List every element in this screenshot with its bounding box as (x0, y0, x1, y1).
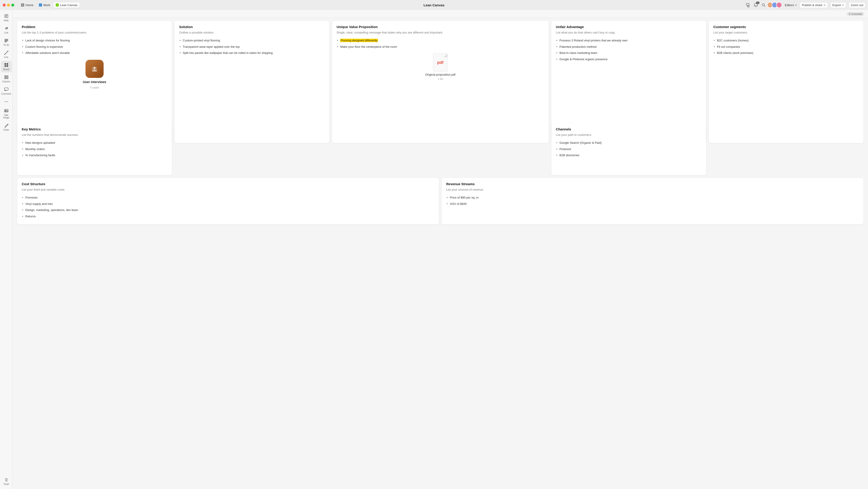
draw-icon (4, 123, 9, 128)
sidebar-item-link[interactable]: Link (1, 24, 12, 36)
minimize-button[interactable] (7, 4, 10, 6)
publish-share-button[interactable]: Publish & share (800, 2, 828, 8)
sidebar-comment-label: Comment (1, 93, 11, 95)
channels-bullet-2: Pinterest (556, 147, 702, 151)
sidebar-todo-label: To-do (3, 44, 9, 46)
sidebar-item-trash[interactable]: Trash (1, 476, 12, 487)
uvp-bullet-1: Make your floor the centerpiece of the r… (337, 45, 544, 49)
svg-text:N: N (22, 4, 24, 6)
key-metrics-bullet-3: % manufacturing faults (22, 153, 167, 157)
uvp-bullet-highlighted: Flooring designed differently (337, 38, 544, 43)
channels-subtitle: List your path to customers. (556, 133, 702, 137)
sidebar-item-column[interactable]: Column (1, 73, 12, 85)
uvp-highlighted-text: Flooring designed differently (340, 39, 378, 42)
editors-button[interactable]: Editors (785, 3, 797, 7)
svg-rect-14 (4, 63, 6, 65)
work-tab-icon (39, 3, 42, 6)
canvas-area: 0 Unsorted Problem List the top 1-3 prob… (13, 10, 868, 489)
main-layout: Note Link To-do Line Board (0, 10, 868, 489)
svg-rect-18 (4, 76, 5, 79)
tab-home-label: Home (26, 3, 33, 7)
pdf-paper: pdf (433, 53, 447, 71)
tab-home[interactable]: N Home (19, 2, 36, 8)
key-metrics-bullet-1: New designs uploaded (22, 141, 167, 145)
svg-rect-3 (747, 6, 749, 7)
spacer-col2 (175, 123, 329, 175)
cost-bullet-4: Returns (22, 214, 434, 219)
cost-structure-bullets: Premises Vinyl supply and inks Design, m… (22, 195, 434, 219)
pdf-corner (444, 54, 447, 57)
solution-subtitle: Outline a possible solution. (179, 31, 325, 35)
customer-bullet-1: B2C customers (homes) (713, 38, 859, 43)
unsorted-pill[interactable]: 0 Unsorted (846, 12, 864, 16)
unfair-advantage-title: Unfair Advantage (556, 25, 702, 29)
device-icon[interactable] (746, 3, 750, 7)
sidebar-item-more[interactable] (1, 97, 12, 106)
sidebar-note-label: Note (4, 19, 9, 22)
sidebar-link-label: Link (4, 31, 8, 34)
channels-title: Channels (556, 127, 702, 131)
browser-tabs: N Home Work Lean Canvas (19, 2, 80, 8)
revenue-streams-card: Revenue Streams List your sources of rev… (442, 178, 864, 224)
search-icon[interactable] (761, 3, 766, 7)
problem-bullet-3: Affordable solutions aren't durable (22, 51, 167, 55)
sidebar-trash-label: Trash (3, 483, 9, 485)
comment-icon (4, 87, 9, 92)
sidebar-item-note[interactable]: Note (1, 12, 12, 24)
sidebar-item-todo[interactable]: To-do (1, 36, 12, 48)
svg-rect-10 (5, 40, 8, 41)
title-bar: N Home Work Lean Canvas Lean Canvas 21 (0, 0, 868, 10)
title-bar-right: 21 Editors Publish & share Export Zoom o… (746, 2, 865, 8)
svg-point-4 (762, 4, 765, 6)
sidebar-column-label: Column (2, 80, 10, 83)
lean-canvas-tab-icon (56, 3, 59, 6)
svg-rect-20 (7, 76, 8, 79)
revenue-bullet-2: AOV of $945 (446, 202, 859, 206)
svg-rect-16 (4, 65, 6, 67)
svg-rect-15 (6, 63, 8, 65)
tab-work-label: Work (43, 3, 50, 7)
note-icon (4, 13, 9, 19)
page-title: Lean Canvas (424, 3, 445, 7)
sidebar-item-draw[interactable]: Draw (1, 121, 12, 133)
solution-title: Solution (179, 25, 325, 29)
svg-point-24 (7, 102, 8, 102)
addimage-icon (4, 108, 9, 113)
export-button[interactable]: Export (831, 2, 846, 8)
svg-point-23 (6, 102, 6, 102)
sidebar-item-addimage[interactable]: Add image (1, 107, 12, 121)
unfair-bullet-2: Patented production method (556, 45, 702, 49)
sidebar-addimage-label: Add image (2, 114, 10, 119)
customer-bullet-2: Fit out companies (713, 45, 859, 49)
problem-bullet-2: Custom flooring is expensive (22, 45, 167, 49)
svg-rect-11 (5, 41, 6, 42)
maximize-button[interactable] (11, 4, 14, 6)
svg-rect-2 (746, 3, 749, 5)
column-icon (4, 75, 9, 80)
svg-point-22 (4, 102, 5, 102)
problem-bullet-1: Lack of design choices for flooring (22, 38, 167, 43)
tab-lean-canvas-label: Lean Canvas (60, 3, 78, 7)
unfair-bullet-1: Possess 3 Roland vinyl printers that we … (556, 38, 702, 43)
canvas-bottom-row: Cost Structure List your fixed and varia… (17, 178, 864, 224)
sidebar-draw-label: Draw (4, 128, 9, 131)
tab-work[interactable]: Work (37, 2, 53, 8)
sidebar-item-line[interactable]: Line (1, 49, 12, 60)
spacer-col5 (709, 123, 864, 175)
svg-rect-21 (4, 88, 8, 90)
svg-point-13 (7, 51, 8, 52)
key-metrics-bullet-2: Monthly orders (22, 147, 167, 151)
more-icon (4, 99, 9, 104)
sidebar-item-comment[interactable]: Comment (1, 85, 12, 97)
zoom-button[interactable]: Zoom out (849, 2, 865, 8)
svg-rect-9 (5, 39, 8, 40)
close-button[interactable] (3, 4, 6, 6)
channels-bullets: Google Search (Organic & Paid) Pinterest… (556, 141, 702, 157)
solution-bullet-2: Transparent wear-layer applied over the … (179, 45, 325, 49)
todo-icon (4, 38, 9, 43)
sidebar-item-board[interactable]: Board (1, 61, 12, 73)
home-tab-icon: N (21, 3, 24, 6)
channels-bullet-3: B2B directories (556, 153, 702, 157)
tab-lean-canvas[interactable]: Lean Canvas (53, 2, 80, 8)
svg-rect-19 (6, 76, 7, 79)
